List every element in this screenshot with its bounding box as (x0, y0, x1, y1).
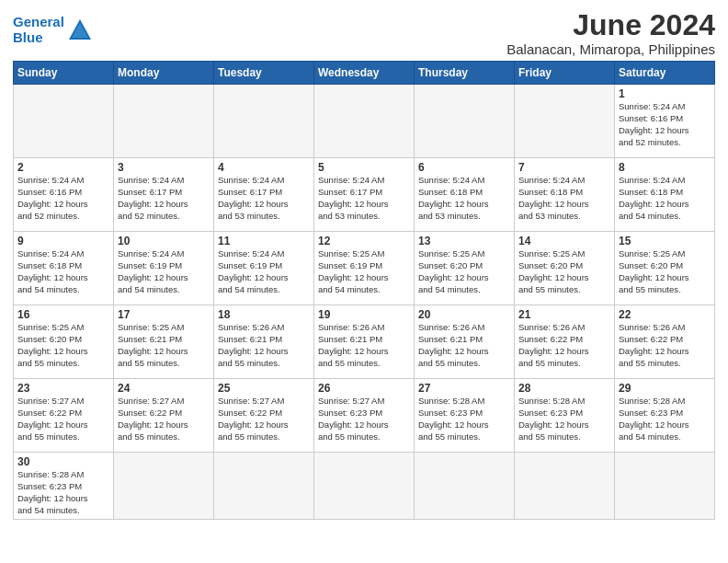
day-number: 2 (17, 161, 109, 174)
logo-icon (67, 17, 93, 43)
day-info: Sunrise: 5:27 AM Sunset: 6:22 PM Dayligh… (17, 396, 109, 442)
calendar-cell (615, 453, 715, 520)
calendar-cell: 29Sunrise: 5:28 AM Sunset: 6:23 PM Dayli… (615, 379, 715, 453)
calendar-cell: 27Sunrise: 5:28 AM Sunset: 6:23 PM Dayli… (415, 379, 515, 453)
day-info: Sunrise: 5:28 AM Sunset: 6:23 PM Dayligh… (518, 396, 610, 442)
day-info: Sunrise: 5:25 AM Sunset: 6:20 PM Dayligh… (518, 248, 610, 295)
day-header-saturday: Saturday (615, 62, 715, 85)
calendar-cell: 1Sunrise: 5:24 AM Sunset: 6:16 PM Daylig… (615, 85, 715, 158)
calendar-table: SundayMondayTuesdayWednesdayThursdayFrid… (13, 61, 715, 520)
logo: GeneralBlue (13, 15, 93, 45)
day-info: Sunrise: 5:28 AM Sunset: 6:23 PM Dayligh… (418, 396, 510, 442)
day-info: Sunrise: 5:26 AM Sunset: 6:21 PM Dayligh… (418, 322, 510, 369)
day-number: 7 (518, 161, 610, 174)
day-number: 16 (17, 308, 109, 321)
day-number: 15 (619, 235, 711, 247)
day-info: Sunrise: 5:25 AM Sunset: 6:20 PM Dayligh… (619, 248, 711, 295)
day-info: Sunrise: 5:25 AM Sunset: 6:20 PM Dayligh… (418, 248, 510, 295)
day-info: Sunrise: 5:24 AM Sunset: 6:18 PM Dayligh… (619, 175, 711, 222)
day-info: Sunrise: 5:27 AM Sunset: 6:22 PM Dayligh… (118, 396, 210, 442)
day-info: Sunrise: 5:24 AM Sunset: 6:19 PM Dayligh… (118, 248, 210, 295)
day-info: Sunrise: 5:25 AM Sunset: 6:20 PM Dayligh… (17, 322, 109, 369)
day-number: 23 (17, 382, 109, 395)
day-number: 3 (118, 161, 210, 174)
day-info: Sunrise: 5:27 AM Sunset: 6:23 PM Dayligh… (318, 396, 410, 442)
day-info: Sunrise: 5:24 AM Sunset: 6:18 PM Dayligh… (518, 175, 610, 222)
header: GeneralBlue June 2024 Balanacan, Mimarop… (13, 9, 715, 57)
calendar-cell (515, 85, 615, 158)
calendar-cell (14, 85, 114, 158)
day-header-sunday: Sunday (14, 62, 114, 85)
calendar-cell (314, 453, 415, 520)
day-info: Sunrise: 5:26 AM Sunset: 6:21 PM Dayligh… (218, 322, 310, 369)
day-info: Sunrise: 5:26 AM Sunset: 6:22 PM Dayligh… (518, 322, 610, 369)
day-info: Sunrise: 5:26 AM Sunset: 6:22 PM Dayligh… (619, 322, 711, 369)
calendar-header: SundayMondayTuesdayWednesdayThursdayFrid… (14, 62, 715, 85)
calendar-cell: 18Sunrise: 5:26 AM Sunset: 6:21 PM Dayli… (214, 305, 314, 379)
location-title: Balanacan, Mimaropa, Philippines (506, 41, 715, 57)
calendar-cell: 5Sunrise: 5:24 AM Sunset: 6:17 PM Daylig… (314, 158, 415, 232)
day-number: 4 (218, 161, 310, 174)
calendar-cell: 24Sunrise: 5:27 AM Sunset: 6:22 PM Dayli… (114, 379, 214, 453)
calendar-cell: 30Sunrise: 5:28 AM Sunset: 6:23 PM Dayli… (14, 453, 114, 520)
calendar-cell: 21Sunrise: 5:26 AM Sunset: 6:22 PM Dayli… (515, 305, 615, 379)
day-info: Sunrise: 5:28 AM Sunset: 6:23 PM Dayligh… (619, 396, 711, 442)
day-info: Sunrise: 5:27 AM Sunset: 6:22 PM Dayligh… (218, 396, 310, 442)
calendar-cell: 8Sunrise: 5:24 AM Sunset: 6:18 PM Daylig… (615, 158, 715, 232)
calendar-cell: 22Sunrise: 5:26 AM Sunset: 6:22 PM Dayli… (615, 305, 715, 379)
day-number: 26 (318, 382, 410, 395)
calendar-cell: 4Sunrise: 5:24 AM Sunset: 6:17 PM Daylig… (214, 158, 314, 232)
day-info: Sunrise: 5:24 AM Sunset: 6:16 PM Dayligh… (619, 101, 711, 148)
day-number: 22 (619, 308, 711, 321)
calendar-cell: 12Sunrise: 5:25 AM Sunset: 6:19 PM Dayli… (314, 232, 415, 305)
day-number: 9 (17, 235, 109, 247)
day-header-monday: Monday (114, 62, 214, 85)
day-info: Sunrise: 5:24 AM Sunset: 6:18 PM Dayligh… (418, 175, 510, 222)
day-info: Sunrise: 5:24 AM Sunset: 6:17 PM Dayligh… (218, 175, 310, 222)
day-number: 6 (418, 161, 510, 174)
day-number: 21 (518, 308, 610, 321)
logo-text: GeneralBlue (13, 15, 64, 45)
day-number: 11 (218, 235, 310, 247)
calendar-cell: 15Sunrise: 5:25 AM Sunset: 6:20 PM Dayli… (615, 232, 715, 305)
calendar-cell: 3Sunrise: 5:24 AM Sunset: 6:17 PM Daylig… (114, 158, 214, 232)
calendar-cell (314, 85, 415, 158)
day-number: 28 (518, 382, 610, 395)
calendar-cell: 2Sunrise: 5:24 AM Sunset: 6:16 PM Daylig… (14, 158, 114, 232)
calendar-cell: 23Sunrise: 5:27 AM Sunset: 6:22 PM Dayli… (14, 379, 114, 453)
day-number: 14 (518, 235, 610, 247)
day-number: 27 (418, 382, 510, 395)
calendar-cell: 9Sunrise: 5:24 AM Sunset: 6:18 PM Daylig… (14, 232, 114, 305)
title-area: June 2024 Balanacan, Mimaropa, Philippin… (506, 9, 715, 57)
calendar-cell (515, 453, 615, 520)
day-info: Sunrise: 5:25 AM Sunset: 6:19 PM Dayligh… (318, 248, 410, 295)
month-title: June 2024 (506, 9, 715, 41)
calendar-cell: 28Sunrise: 5:28 AM Sunset: 6:23 PM Dayli… (515, 379, 615, 453)
day-number: 1 (619, 87, 711, 100)
calendar-cell: 17Sunrise: 5:25 AM Sunset: 6:21 PM Dayli… (114, 305, 214, 379)
day-number: 25 (218, 382, 310, 395)
day-header-thursday: Thursday (415, 62, 515, 85)
calendar-cell: 20Sunrise: 5:26 AM Sunset: 6:21 PM Dayli… (415, 305, 515, 379)
day-number: 30 (17, 455, 109, 468)
day-info: Sunrise: 5:24 AM Sunset: 6:18 PM Dayligh… (17, 248, 109, 295)
day-info: Sunrise: 5:24 AM Sunset: 6:17 PM Dayligh… (318, 175, 410, 222)
calendar-cell: 7Sunrise: 5:24 AM Sunset: 6:18 PM Daylig… (515, 158, 615, 232)
day-info: Sunrise: 5:28 AM Sunset: 6:23 PM Dayligh… (17, 469, 109, 516)
day-number: 10 (118, 235, 210, 247)
calendar-cell: 26Sunrise: 5:27 AM Sunset: 6:23 PM Dayli… (314, 379, 415, 453)
day-info: Sunrise: 5:24 AM Sunset: 6:16 PM Dayligh… (17, 175, 109, 222)
day-number: 18 (218, 308, 310, 321)
day-number: 8 (619, 161, 711, 174)
day-number: 13 (418, 235, 510, 247)
calendar-cell: 11Sunrise: 5:24 AM Sunset: 6:19 PM Dayli… (214, 232, 314, 305)
calendar-cell: 19Sunrise: 5:26 AM Sunset: 6:21 PM Dayli… (314, 305, 415, 379)
calendar-cell (114, 85, 214, 158)
day-info: Sunrise: 5:26 AM Sunset: 6:21 PM Dayligh… (318, 322, 410, 369)
day-header-wednesday: Wednesday (314, 62, 415, 85)
calendar-cell (214, 85, 314, 158)
calendar-cell: 14Sunrise: 5:25 AM Sunset: 6:20 PM Dayli… (515, 232, 615, 305)
calendar-cell (114, 453, 214, 520)
day-info: Sunrise: 5:25 AM Sunset: 6:21 PM Dayligh… (118, 322, 210, 369)
calendar-cell: 13Sunrise: 5:25 AM Sunset: 6:20 PM Dayli… (415, 232, 515, 305)
